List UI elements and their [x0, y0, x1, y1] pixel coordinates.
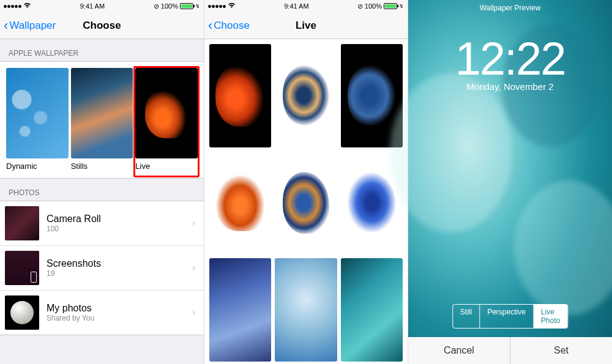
album-my-photos[interactable]: My photos Shared by You › — [0, 290, 204, 335]
signal-dots-icon — [208, 5, 226, 8]
back-label: Choose — [214, 20, 250, 32]
live-wallpaper-cell[interactable] — [275, 258, 337, 362]
preview-mode-segments: Still Perspective Live Photo — [452, 304, 568, 329]
album-count: 19 — [47, 269, 192, 278]
segment-perspective[interactable]: Perspective — [480, 305, 534, 328]
section-header-apple: APPLE WALLPAPER — [0, 39, 204, 61]
live-wallpaper-cell[interactable] — [275, 151, 337, 254]
nav-title: Choose — [83, 20, 121, 32]
album-thumbnail-icon — [5, 206, 39, 240]
status-bar: 9:41 AM ⊘ 100% ↯ — [204, 0, 408, 12]
chevron-right-icon: › — [192, 307, 195, 318]
back-button[interactable]: ‹ Wallpaper — [4, 19, 56, 32]
battery-icon — [180, 3, 193, 9]
back-label: Wallpaper — [9, 20, 56, 32]
status-time: 9:41 AM — [80, 2, 105, 10]
lock-screen-clock: 12:22 Monday, November 2 — [408, 32, 612, 92]
back-button[interactable]: ‹ Choose — [208, 19, 250, 32]
live-wallpaper-grid — [204, 39, 408, 364]
stills-wallpaper-icon — [71, 68, 133, 158]
battery-icon — [384, 3, 397, 9]
lock-time: 12:22 — [408, 32, 612, 85]
nav-bar: ‹ Wallpaper Choose — [0, 12, 204, 39]
charging-icon: ↯ — [399, 3, 404, 9]
wallpaper-label: Dynamic — [6, 158, 69, 176]
wallpaper-stills[interactable]: Stills — [71, 68, 133, 176]
charging-icon: ↯ — [195, 3, 200, 9]
nav-bar: ‹ Choose Live — [204, 12, 408, 39]
wifi-icon — [228, 2, 236, 10]
chevron-right-icon: › — [192, 262, 195, 273]
screen-choose-wallpaper: 9:41 AM ⊘ 100% ↯ ‹ Wallpaper Choose APPL… — [0, 0, 204, 364]
wallpaper-preview[interactable]: Wallpaper Preview 12:22 Monday, November… — [408, 0, 612, 364]
album-name: Screenshots — [47, 258, 192, 269]
screen-live-grid: 9:41 AM ⊘ 100% ↯ ‹ Choose Live — [204, 0, 408, 364]
chevron-right-icon: › — [192, 218, 195, 229]
wallpaper-dynamic[interactable]: Dynamic — [6, 68, 69, 176]
chevron-left-icon: ‹ — [208, 19, 212, 32]
nav-title: Live — [296, 20, 316, 32]
orientation-lock-icon: ⊘ — [154, 2, 159, 10]
status-bar: 9:41 AM ⊘ 100% ↯ — [0, 0, 204, 12]
live-wallpaper-cell[interactable] — [209, 258, 271, 362]
live-wallpaper-cell[interactable] — [275, 44, 337, 147]
album-camera-roll[interactable]: Camera Roll 100 › — [0, 201, 204, 245]
live-wallpaper-cell[interactable] — [341, 258, 403, 362]
album-subtitle: Shared by You — [47, 314, 192, 322]
screen-wallpaper-preview: Wallpaper Preview 12:22 Monday, November… — [408, 0, 612, 364]
section-header-photos: PHOTOS — [0, 179, 204, 201]
chevron-left-icon: ‹ — [4, 19, 8, 32]
set-button[interactable]: Set — [510, 337, 612, 364]
album-thumbnail-icon — [5, 295, 39, 330]
segment-still[interactable]: Still — [453, 305, 480, 328]
lock-date: Monday, November 2 — [408, 81, 612, 92]
album-thumbnail-icon — [5, 251, 39, 285]
battery-percent: 100% — [365, 2, 382, 10]
live-wallpaper-icon — [135, 68, 198, 158]
album-count: 100 — [47, 225, 192, 233]
segment-live-photo[interactable]: Live Photo — [534, 305, 567, 328]
signal-dots-icon — [4, 5, 21, 8]
album-name: Camera Roll — [47, 214, 192, 225]
wallpaper-live[interactable]: Live — [133, 66, 200, 177]
live-wallpaper-cell[interactable] — [209, 44, 271, 147]
album-screenshots[interactable]: Screenshots 19 › — [0, 245, 204, 290]
apple-wallpaper-row: Dynamic Stills Live — [0, 62, 204, 178]
bottom-toolbar: Cancel Set — [408, 337, 612, 364]
battery-percent: 100% — [161, 2, 178, 10]
wallpaper-label: Live — [135, 158, 198, 176]
preview-header: Wallpaper Preview — [408, 4, 612, 12]
dynamic-wallpaper-icon — [6, 68, 69, 158]
live-wallpaper-cell[interactable] — [209, 151, 271, 254]
status-time: 9:41 AM — [284, 2, 308, 10]
album-name: My photos — [47, 303, 192, 314]
cancel-button[interactable]: Cancel — [408, 337, 510, 364]
wifi-icon — [23, 2, 31, 10]
wallpaper-label: Stills — [71, 158, 133, 176]
orientation-lock-icon: ⊘ — [357, 2, 363, 10]
